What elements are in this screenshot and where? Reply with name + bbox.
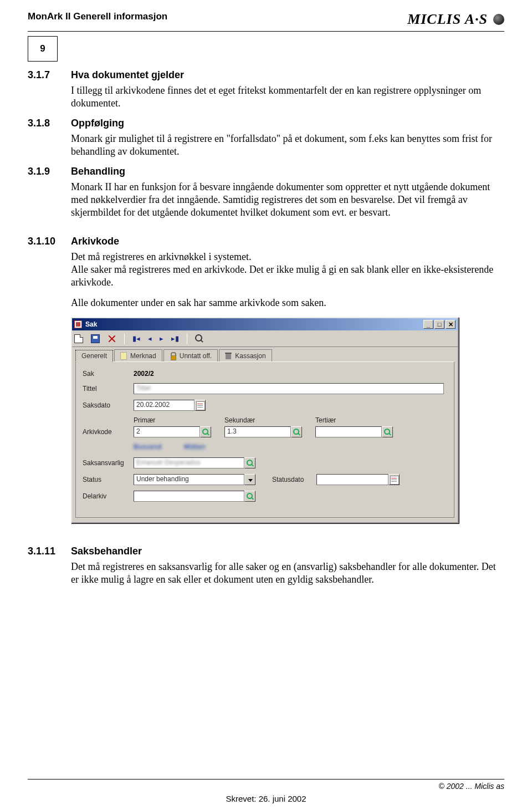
label-sak: Sak [83, 370, 134, 378]
label-saksdato: Saksdato [83, 401, 134, 409]
maximize-button[interactable]: □ [434, 320, 444, 329]
label-statusdato: Statusdato [272, 476, 316, 483]
close-button[interactable]: ✕ [446, 320, 456, 329]
nav-prev-icon[interactable]: ◂ [148, 334, 152, 343]
tab-kassasjon[interactable]: Kassasjon [219, 349, 272, 361]
label-sekundar: Sekundær [224, 416, 315, 424]
input-saksansvarlig[interactable]: Emanuel Desperados [134, 457, 244, 468]
lookup-delarkiv-icon[interactable] [244, 491, 255, 502]
page-number-box: 9 [28, 36, 58, 62]
company-logo: MICLIS A·S [407, 11, 504, 28]
footer-rule [28, 779, 504, 780]
nav-next-icon[interactable]: ▸ [160, 334, 163, 343]
section-number: 3.1.8 [28, 118, 60, 129]
section-paragraph: Monark II har en funksjon for å besvare … [71, 181, 504, 219]
nav-first-icon[interactable]: ▮◂ [132, 334, 140, 343]
input-sekundar[interactable]: 1.3 [224, 426, 291, 437]
calendar-icon[interactable] [195, 400, 206, 411]
minimize-button[interactable]: _ [423, 320, 433, 329]
tab-generelt[interactable]: Generelt [75, 350, 113, 362]
lock-icon [170, 352, 176, 360]
status-dropdown-icon[interactable] [244, 474, 255, 485]
input-primar[interactable]: 2 [134, 426, 200, 437]
section-title: Behandling [71, 166, 125, 177]
note-icon [120, 352, 127, 360]
section-paragraph: Det må registreres en saksansvarlig for … [71, 561, 504, 586]
lookup-primar-icon[interactable] [200, 426, 211, 437]
section-number: 3.1.9 [28, 166, 60, 177]
input-tertiar[interactable] [315, 426, 382, 437]
sak-window: Sak _ □ ✕ ▮◂ ◂ ▸ ▸▮ Generelt Merknad Unn… [71, 317, 459, 523]
label-primar: Primær [134, 416, 224, 424]
label-delarkiv: Delarkiv [83, 492, 134, 500]
input-saksdato[interactable]: 20.02.2002 [134, 400, 195, 411]
section-paragraph: Monark gir mulighet til å registrere en … [71, 133, 504, 158]
input-status[interactable]: Under behandling [134, 474, 244, 485]
tab-bar: Generelt Merknad Unntatt off. Kassasjon [72, 347, 458, 361]
section-title: Hva dokumentet gjelder [71, 69, 184, 81]
logo-globe-icon [493, 14, 504, 25]
section-paragraph: Det må registreres en arkivnøkkel i syst… [71, 251, 504, 289]
window-title: Sak [85, 320, 97, 328]
section-title: Oppfølging [71, 118, 124, 129]
section-number: 3.1.11 [28, 546, 60, 557]
lookup-tertiar-icon[interactable] [382, 426, 393, 437]
footer-printed: Skrevet: 26. juni 2002 [28, 794, 504, 803]
lookup-saksansvarlig-icon[interactable] [244, 457, 255, 468]
form-panel: Sak 2002/2 Tittel Tittel Saksdato 20.02.… [75, 361, 454, 518]
label-tittel: Tittel [83, 385, 134, 393]
input-tittel[interactable]: Tittel [134, 383, 444, 394]
value-sak: 2002/2 [134, 370, 154, 378]
input-delarkiv[interactable] [134, 491, 244, 502]
input-statusdato[interactable] [316, 474, 388, 485]
toolbar: ▮◂ ◂ ▸ ▸▮ [72, 330, 458, 347]
nav-last-icon[interactable]: ▸▮ [171, 334, 179, 343]
blurred-text: Busvend [134, 443, 162, 451]
tab-unntatt[interactable]: Unntatt off. [163, 349, 218, 361]
footer-copyright: © 2002 ... Miclis as [28, 782, 504, 791]
section-number: 3.1.7 [28, 69, 60, 81]
trash-icon [225, 352, 232, 360]
window-app-icon [74, 320, 82, 328]
new-icon[interactable] [74, 334, 83, 343]
blurred-text: Midten [184, 443, 206, 451]
calendar-statusdato-icon[interactable] [388, 474, 400, 485]
label-tertiar: Tertiær [315, 416, 336, 424]
binoculars-icon[interactable] [195, 334, 204, 343]
section-title: Saksbehandler [71, 546, 142, 557]
label-saksansvarlig: Saksansvarlig [83, 459, 134, 467]
section-number: 3.1.10 [28, 236, 60, 247]
label-status: Status [83, 476, 134, 483]
window-titlebar: Sak _ □ ✕ [72, 318, 458, 330]
section-paragraph: Alle dokumenter under en sak har samme a… [71, 297, 504, 309]
section-paragraph: I tillegg til arkivkodene finnes det et … [71, 84, 504, 110]
section-title: Arkivkode [71, 236, 119, 247]
lookup-sekundar-icon[interactable] [291, 426, 302, 437]
doc-header-left: MonArk II Generell informasjon [28, 11, 167, 22]
tab-merknad[interactable]: Merknad [114, 349, 162, 361]
label-arkivkode: Arkivkode [83, 428, 134, 436]
delete-icon[interactable] [108, 334, 116, 343]
save-icon[interactable] [91, 334, 100, 343]
header-rule [28, 31, 504, 32]
